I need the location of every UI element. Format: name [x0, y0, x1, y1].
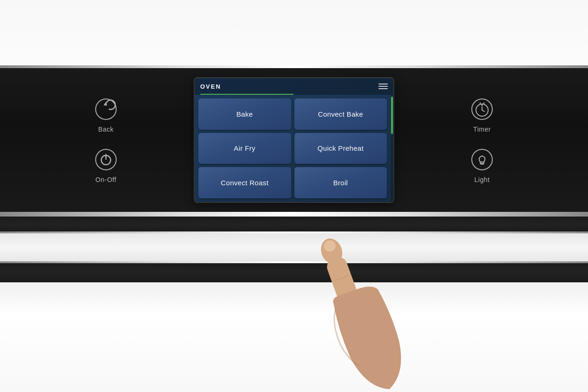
light-icon [469, 147, 495, 172]
timer-icon [469, 97, 495, 122]
svg-line-11 [482, 110, 484, 112]
quick-preheat-button[interactable]: Quick Preheat [294, 133, 387, 164]
touchscreen-display[interactable]: OVEN Bake Convect Bake Air Fry Quick Pre… [194, 77, 394, 203]
svg-point-9 [483, 103, 485, 104]
on-off-label: On-Off [96, 176, 117, 183]
scroll-thumb [391, 97, 393, 134]
on-off-button[interactable]: On-Off [93, 147, 119, 183]
timer-label: Timer [473, 126, 491, 133]
menu-button[interactable] [378, 84, 388, 89]
bottom-strip [0, 261, 588, 282]
green-underline [200, 94, 294, 95]
back-button[interactable]: Back [93, 97, 119, 133]
left-controls: Back On-Off [93, 97, 119, 183]
screen-header: OVEN [195, 78, 393, 95]
menu-line-1 [378, 84, 388, 84]
right-controls: Timer Light [469, 97, 495, 183]
convect-roast-button[interactable]: Convect Roast [198, 167, 291, 198]
oven-title: OVEN [200, 83, 221, 90]
power-icon [93, 147, 119, 172]
timer-button[interactable]: Timer [469, 97, 495, 133]
oven-buttons-grid: Bake Convect Bake Air Fry Quick Preheat … [195, 95, 393, 202]
control-panel: Back On-Off OVEN [0, 65, 588, 215]
bake-button[interactable]: Bake [198, 98, 291, 130]
back-label: Back [98, 126, 113, 133]
menu-line-3 [378, 88, 388, 89]
broil-button[interactable]: Broil [294, 167, 387, 198]
oven-door-strip [0, 215, 588, 233]
light-label: Light [475, 176, 490, 183]
menu-line-2 [378, 86, 388, 87]
lower-white-area [0, 282, 588, 392]
light-button[interactable]: Light [469, 147, 495, 183]
oven-door-upper [0, 233, 588, 261]
svg-point-12 [472, 149, 492, 170]
scroll-indicator [391, 95, 393, 203]
svg-point-8 [480, 103, 481, 104]
convect-bake-button[interactable]: Convect Bake [294, 98, 387, 130]
back-icon [93, 97, 119, 122]
air-fry-button[interactable]: Air Fry [198, 133, 291, 164]
